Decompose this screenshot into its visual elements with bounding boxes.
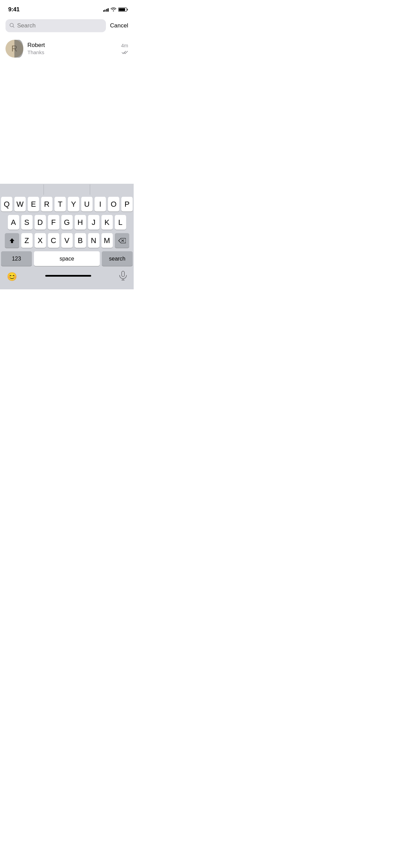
key-k[interactable]: K — [101, 215, 113, 230]
keyboard-divider-right — [90, 184, 90, 195]
search-input-wrapper[interactable] — [5, 19, 106, 32]
search-input[interactable] — [17, 22, 102, 29]
read-receipt — [121, 50, 128, 55]
key-l[interactable]: L — [115, 215, 126, 230]
keyboard-divider-area — [0, 184, 134, 197]
contact-item[interactable]: R Robert Thanks 4m — [0, 36, 134, 61]
key-f[interactable]: F — [48, 215, 59, 230]
key-h[interactable]: H — [75, 215, 86, 230]
key-backspace[interactable] — [115, 233, 129, 248]
key-v[interactable]: V — [61, 233, 73, 248]
contact-info: Robert Thanks — [27, 41, 117, 56]
search-bar-container: Cancel — [0, 16, 134, 35]
home-bar — [45, 275, 91, 277]
contact-time: 4m — [121, 43, 128, 48]
mic-button[interactable] — [119, 271, 127, 282]
key-x[interactable]: X — [35, 233, 46, 248]
emoji-row: 😊 — [0, 268, 134, 289]
keyboard: Q W E R T Y U I O P A S D F G H J K L Z … — [0, 184, 134, 289]
keyboard-bottom-row: 123 space search — [0, 251, 134, 266]
key-t[interactable]: T — [54, 197, 66, 212]
key-w[interactable]: W — [14, 197, 26, 212]
key-n[interactable]: N — [88, 233, 99, 248]
key-search[interactable]: search — [102, 251, 133, 266]
status-icons — [103, 7, 127, 12]
key-u[interactable]: U — [81, 197, 93, 212]
search-icon — [10, 23, 14, 29]
key-p[interactable]: P — [121, 197, 133, 212]
key-d[interactable]: D — [35, 215, 46, 230]
emoji-button[interactable]: 😊 — [7, 272, 17, 281]
keyboard-row-3: Z X C V B N M — [0, 233, 134, 248]
contact-meta: 4m — [121, 43, 128, 55]
key-b[interactable]: B — [75, 233, 86, 248]
key-y[interactable]: Y — [68, 197, 79, 212]
key-shift[interactable] — [5, 233, 19, 248]
contact-name: Robert — [27, 41, 117, 49]
status-time: 9:41 — [8, 6, 20, 13]
contact-list: R Robert Thanks 4m — [0, 35, 134, 62]
key-i[interactable]: I — [95, 197, 106, 212]
avatar-overlay — [14, 40, 23, 58]
wifi-icon — [111, 7, 116, 12]
key-o[interactable]: O — [108, 197, 119, 212]
battery-icon — [118, 8, 127, 12]
key-123[interactable]: 123 — [1, 251, 32, 266]
avatar: R — [5, 40, 23, 58]
key-q[interactable]: Q — [1, 197, 12, 212]
svg-rect-1 — [122, 271, 124, 277]
key-c[interactable]: C — [48, 233, 59, 248]
home-indicator — [45, 275, 91, 279]
key-a[interactable]: A — [8, 215, 19, 230]
status-bar: 9:41 — [0, 0, 134, 16]
keyboard-row-1: Q W E R T Y U I O P — [0, 197, 134, 212]
key-r[interactable]: R — [41, 197, 52, 212]
cancel-button[interactable]: Cancel — [110, 22, 128, 29]
signal-icon — [103, 8, 109, 12]
key-g[interactable]: G — [61, 215, 73, 230]
key-z[interactable]: Z — [21, 233, 33, 248]
key-j[interactable]: J — [88, 215, 99, 230]
key-space[interactable]: space — [34, 251, 100, 266]
key-e[interactable]: E — [28, 197, 39, 212]
key-s[interactable]: S — [21, 215, 33, 230]
keyboard-row-2: A S D F G H J K L — [0, 215, 134, 230]
keyboard-divider-left — [44, 184, 44, 195]
key-m[interactable]: M — [101, 233, 113, 248]
contact-last-message: Thanks — [27, 49, 117, 56]
